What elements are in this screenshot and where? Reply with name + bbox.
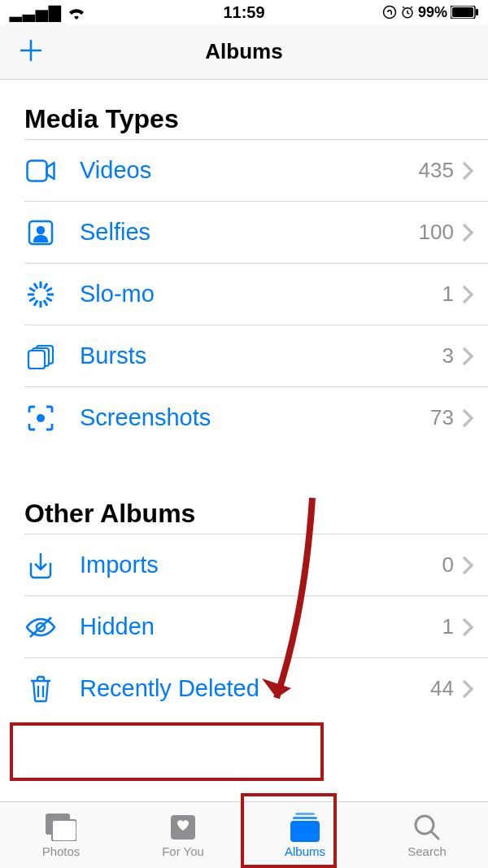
row-screenshots[interactable]: Screenshots 73 xyxy=(24,386,488,448)
chevron-right-icon xyxy=(462,617,473,637)
tab-albums[interactable]: Albums xyxy=(244,802,366,868)
bursts-icon xyxy=(24,340,57,373)
svg-rect-13 xyxy=(43,299,49,306)
nav-bar: Albums xyxy=(0,24,488,80)
svg-rect-18 xyxy=(28,286,35,292)
trash-icon xyxy=(24,673,57,705)
row-count: 73 xyxy=(430,405,454,430)
status-bar: ▂▃▅▇ 11:59 99% xyxy=(0,0,488,24)
tab-label: Albums xyxy=(285,844,325,858)
chevron-right-icon xyxy=(462,679,473,699)
chevron-right-icon xyxy=(462,347,473,366)
slomo-icon xyxy=(24,278,57,311)
row-videos[interactable]: Videos 435 xyxy=(24,139,488,201)
row-label: Imports xyxy=(80,552,442,578)
svg-rect-26 xyxy=(52,820,76,841)
page-title: Albums xyxy=(205,39,282,64)
plus-icon xyxy=(18,37,44,63)
svg-rect-4 xyxy=(476,9,478,15)
svg-point-23 xyxy=(37,414,45,422)
row-count: 1 xyxy=(442,281,454,307)
row-label: Videos xyxy=(80,157,419,184)
status-right: 99% xyxy=(382,4,478,21)
tab-foryou[interactable]: For You xyxy=(122,802,244,868)
search-icon xyxy=(413,813,441,842)
svg-rect-14 xyxy=(40,301,42,308)
svg-rect-16 xyxy=(28,296,35,302)
albums-icon xyxy=(289,813,321,842)
content: Media Types Videos 435 Selfies 100 Slo-m… xyxy=(0,80,488,719)
row-hidden[interactable]: Hidden 1 xyxy=(24,595,488,657)
status-left: ▂▃▅▇ xyxy=(10,3,86,22)
row-count: 0 xyxy=(442,552,454,578)
photos-icon xyxy=(46,813,76,842)
media-types-list: Videos 435 Selfies 100 Slo-mo 1 Bursts xyxy=(24,139,488,448)
svg-point-31 xyxy=(416,816,434,834)
svg-rect-29 xyxy=(293,817,317,819)
svg-rect-9 xyxy=(43,282,49,289)
foryou-icon xyxy=(169,813,197,842)
wifi-icon xyxy=(67,5,86,20)
row-slomo[interactable]: Slo-mo 1 xyxy=(24,263,488,325)
row-recently-deleted[interactable]: Recently Deleted 44 xyxy=(24,657,488,719)
row-label: Screenshots xyxy=(80,404,430,431)
svg-rect-12 xyxy=(46,296,52,302)
row-count: 3 xyxy=(442,343,454,369)
row-label: Hidden xyxy=(80,613,442,640)
row-imports[interactable]: Imports 0 xyxy=(24,534,488,595)
row-bursts[interactable]: Bursts 3 xyxy=(24,325,488,386)
svg-rect-22 xyxy=(28,351,45,369)
row-count: 44 xyxy=(430,676,454,701)
tab-photos[interactable]: Photos xyxy=(0,802,122,868)
svg-rect-10 xyxy=(46,286,52,292)
row-count: 1 xyxy=(442,614,454,639)
section-header-other: Other Albums xyxy=(0,499,488,534)
chevron-right-icon xyxy=(462,161,473,181)
svg-rect-19 xyxy=(33,282,39,289)
svg-rect-15 xyxy=(33,299,39,306)
chevron-right-icon xyxy=(462,556,473,575)
svg-rect-8 xyxy=(40,281,42,288)
imports-icon xyxy=(24,549,57,582)
chevron-right-icon xyxy=(462,408,473,428)
tab-search[interactable]: Search xyxy=(366,802,488,868)
row-label: Recently Deleted xyxy=(80,675,430,702)
annotation-box-deleted xyxy=(10,722,324,781)
tab-label: For You xyxy=(162,844,204,858)
row-selfies[interactable]: Selfies 100 xyxy=(24,201,488,263)
alarm-icon xyxy=(400,5,415,20)
signal-icon: ▂▃▅▇ xyxy=(10,3,62,22)
svg-rect-11 xyxy=(47,293,54,295)
orientation-lock-icon xyxy=(382,5,397,20)
battery-percent: 99% xyxy=(418,4,447,21)
video-icon xyxy=(24,155,57,187)
row-count: 435 xyxy=(419,158,454,183)
selfies-icon xyxy=(24,216,57,249)
row-count: 100 xyxy=(419,220,454,245)
section-header-media: Media Types xyxy=(0,104,488,139)
row-label: Slo-mo xyxy=(80,281,442,308)
tab-label: Photos xyxy=(42,844,81,858)
svg-point-0 xyxy=(383,7,395,19)
svg-rect-28 xyxy=(295,813,315,815)
chevron-right-icon xyxy=(462,223,473,242)
svg-point-7 xyxy=(37,227,44,233)
screenshots-icon xyxy=(24,402,57,434)
row-label: Selfies xyxy=(80,219,419,246)
row-label: Bursts xyxy=(80,342,442,369)
add-button[interactable] xyxy=(18,36,44,68)
hidden-icon xyxy=(24,611,57,643)
other-albums-list: Imports 0 Hidden 1 Recently Deleted 44 xyxy=(24,534,488,719)
svg-rect-5 xyxy=(28,160,47,181)
battery-icon xyxy=(451,6,478,19)
status-time: 11:59 xyxy=(223,3,264,22)
svg-rect-3 xyxy=(452,7,473,17)
tab-bar: Photos For You Albums Search xyxy=(0,801,488,868)
chevron-right-icon xyxy=(462,285,473,304)
tab-label: Search xyxy=(407,844,447,858)
svg-rect-17 xyxy=(28,293,34,295)
svg-rect-30 xyxy=(290,821,320,842)
